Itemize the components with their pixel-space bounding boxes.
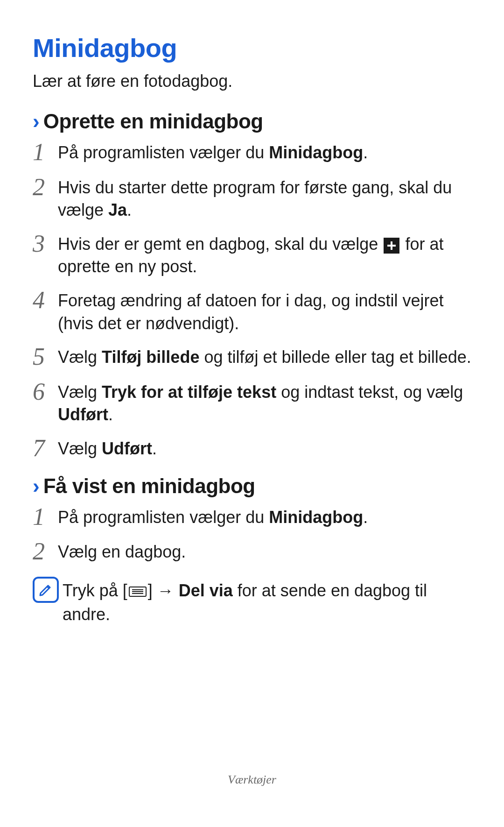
step-body: Vælg Tilføj billede og tilføj et billede… — [58, 343, 471, 369]
note-pencil-icon — [33, 577, 59, 603]
step-text: Vælg — [58, 439, 102, 458]
step-bold: Udført — [102, 439, 152, 458]
footer-section-name: Værktøjer — [0, 773, 504, 787]
step-text: . — [363, 143, 368, 162]
step-text: . — [108, 405, 113, 424]
step: 2 Vælg en dagbog. — [33, 538, 471, 565]
step-text: Hvis der er gemt en dagbog, skal du vælg… — [58, 234, 383, 254]
step: 5 Vælg Tilføj billede og tilføj et bille… — [33, 343, 471, 370]
step-text: og indtast tekst, og vælg — [276, 382, 463, 402]
step-body: Foretag ændring af datoen for i dag, og … — [58, 287, 471, 335]
step-number: 4 — [33, 287, 58, 313]
step-bold: Tryk for at tilføje tekst — [102, 382, 276, 402]
step-body: På programlisten vælger du Minidagbog. — [58, 139, 471, 164]
step-text: Vælg — [58, 347, 102, 367]
step-bold: Udført — [58, 405, 108, 424]
step-bold: Ja — [108, 200, 127, 219]
section-heading-view: › Få vist en minidagbog — [33, 474, 471, 498]
step: 4 Foretag ændring af datoen for i dag, o… — [33, 287, 471, 335]
page-title: Minidagbog — [33, 33, 471, 63]
note-text: ] → — [148, 581, 179, 600]
step-text: og tilføj et billede eller tag et billed… — [199, 347, 471, 367]
step-text: Vælg — [58, 382, 102, 402]
section-heading-label: Få vist en minidagbog — [43, 474, 255, 498]
note-text: Tryk på [ — [63, 581, 127, 600]
step-body: Vælg Udført. — [58, 435, 471, 460]
step: 1 På programlisten vælger du Minidagbog. — [33, 139, 471, 165]
step-number: 2 — [33, 538, 58, 565]
note-bold: Del via — [179, 581, 233, 600]
step-body: Vælg en dagbog. — [58, 538, 471, 564]
page-number-badge: 130 — [237, 789, 268, 804]
step: 1 På programlisten vælger du Minidagbog. — [33, 503, 471, 530]
section-heading-label: Oprette en minidagbog — [43, 110, 263, 133]
chevron-icon: › — [33, 476, 40, 496]
manual-page: Minidagbog Lær at føre en fotodagbog. › … — [0, 0, 504, 827]
step-bold: Minidagbog — [269, 508, 363, 527]
chevron-icon: › — [33, 111, 40, 132]
step-number: 1 — [33, 503, 58, 530]
step-number: 7 — [33, 435, 58, 461]
note-body: Tryk på [] → Del via for at sende en dag… — [63, 577, 471, 626]
step-body: På programlisten vælger du Minidagbog. — [58, 503, 471, 529]
step-number: 5 — [33, 343, 58, 370]
svg-rect-1 — [387, 245, 396, 247]
step: 6 Vælg Tryk for at tilføje tekst og indt… — [33, 378, 471, 426]
plus-icon — [384, 238, 399, 254]
step-number: 2 — [33, 174, 58, 200]
step: 7 Vælg Udført. — [33, 435, 471, 461]
step-number: 6 — [33, 378, 58, 405]
step-text: På programlisten vælger du — [58, 508, 269, 527]
lead-text: Lær at føre en fotodagbog. — [33, 71, 471, 91]
step-bold: Tilføj billede — [102, 347, 199, 367]
step-number: 3 — [33, 230, 58, 257]
step-text: På programlisten vælger du — [58, 143, 269, 162]
step-number: 1 — [33, 139, 58, 165]
menu-icon — [128, 581, 147, 604]
note: Tryk på [] → Del via for at sende en dag… — [33, 577, 471, 626]
step: 3 Hvis der er gemt en dagbog, skal du væ… — [33, 230, 471, 278]
step-bold: Minidagbog — [269, 143, 363, 162]
step: 2 Hvis du starter dette program for førs… — [33, 174, 471, 222]
section-heading-create: › Oprette en minidagbog — [33, 110, 471, 133]
step-text: . — [363, 508, 368, 527]
page-footer: Værktøjer 130 — [0, 773, 504, 804]
step-body: Hvis du starter dette program for første… — [58, 174, 471, 222]
step-text: . — [152, 439, 157, 458]
step-text: . — [127, 200, 132, 219]
note-icon-wrap — [33, 577, 63, 603]
step-body: Hvis der er gemt en dagbog, skal du vælg… — [58, 230, 471, 278]
step-body: Vælg Tryk for at tilføje tekst og indtas… — [58, 378, 471, 426]
